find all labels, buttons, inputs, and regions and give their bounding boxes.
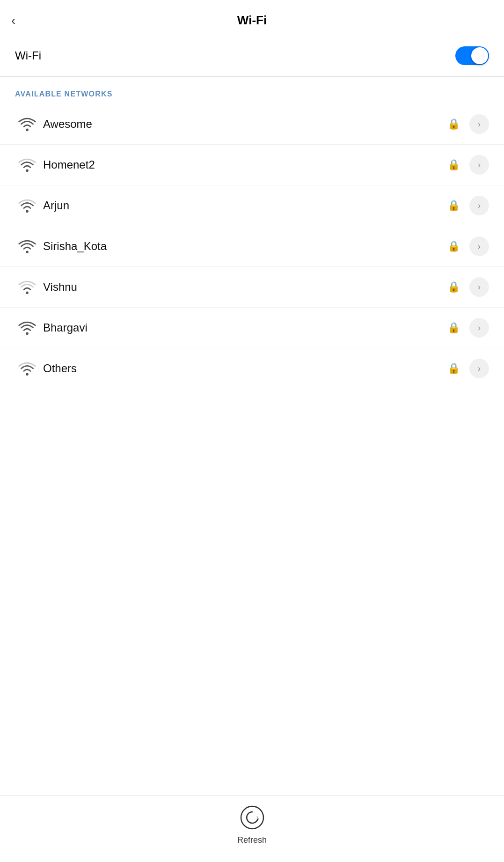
network-item[interactable]: Bhargavi 🔒 › [0, 308, 504, 348]
lock-icon: 🔒 [447, 240, 460, 252]
network-list: Awesome 🔒 › Homenet2 🔒 [0, 104, 504, 796]
svg-point-7 [241, 806, 263, 829]
svg-point-3 [26, 250, 29, 253]
svg-point-6 [26, 373, 29, 376]
toggle-knob [471, 47, 488, 64]
section-title: AVAILABLE NETWORKS [0, 79, 504, 104]
wifi-signal-icon [15, 361, 39, 376]
chevron-circle[interactable]: › [469, 114, 489, 134]
wifi-signal-icon [15, 158, 39, 172]
network-name: Vishnu [43, 280, 447, 294]
network-item[interactable]: Sirisha_Kota 🔒 › [0, 226, 504, 267]
lock-icon: 🔒 [447, 281, 460, 293]
svg-point-2 [26, 210, 29, 213]
network-name: Sirisha_Kota [43, 240, 447, 253]
wifi-signal-icon [15, 199, 39, 213]
svg-point-1 [26, 169, 29, 172]
lock-icon: 🔒 [447, 362, 460, 375]
wifi-signal-icon [15, 321, 39, 335]
lock-icon: 🔒 [447, 159, 460, 171]
svg-point-4 [26, 291, 29, 294]
network-name: Homenet2 [43, 158, 447, 171]
chevron-right-icon: › [478, 242, 481, 251]
wifi-signal-icon [15, 239, 39, 253]
network-item[interactable]: Homenet2 🔒 › [0, 145, 504, 185]
chevron-circle[interactable]: › [469, 236, 489, 256]
svg-point-5 [26, 332, 29, 335]
network-item[interactable]: Awesome 🔒 › [0, 104, 504, 145]
bottom-bar: Refresh [0, 796, 504, 862]
wifi-toggle[interactable] [455, 46, 489, 65]
wifi-toggle-label: Wi-Fi [15, 49, 41, 62]
network-item[interactable]: Arjun 🔒 › [0, 185, 504, 226]
back-button[interactable]: ‹ [11, 14, 15, 27]
chevron-circle[interactable]: › [469, 359, 489, 378]
network-name: Arjun [43, 199, 447, 212]
chevron-right-icon: › [478, 364, 481, 374]
divider-top [0, 76, 504, 77]
chevron-right-icon: › [478, 282, 481, 292]
chevron-right-icon: › [478, 201, 481, 211]
network-name: Awesome [43, 118, 447, 131]
wifi-signal-icon [15, 280, 39, 294]
page-title: Wi-Fi [237, 13, 267, 28]
lock-icon: 🔒 [447, 199, 460, 212]
svg-marker-8 [256, 817, 259, 819]
lock-icon: 🔒 [447, 118, 460, 130]
refresh-icon [240, 805, 264, 830]
lock-icon: 🔒 [447, 322, 460, 334]
network-item[interactable]: Others 🔒 › [0, 348, 504, 389]
network-item[interactable]: Vishnu 🔒 › [0, 267, 504, 308]
header: ‹ Wi-Fi [0, 0, 504, 37]
refresh-button[interactable] [240, 805, 264, 832]
chevron-right-icon: › [478, 323, 481, 333]
refresh-label: Refresh [237, 835, 267, 845]
chevron-circle[interactable]: › [469, 318, 489, 338]
wifi-toggle-section: Wi-Fi [0, 37, 504, 74]
network-name: Bhargavi [43, 321, 447, 334]
svg-point-0 [26, 128, 29, 131]
chevron-right-icon: › [478, 119, 481, 129]
chevron-circle[interactable]: › [469, 155, 489, 175]
chevron-circle[interactable]: › [469, 277, 489, 297]
network-name: Others [43, 362, 447, 375]
chevron-right-icon: › [478, 160, 481, 170]
wifi-signal-icon [15, 117, 39, 131]
chevron-circle[interactable]: › [469, 196, 489, 215]
